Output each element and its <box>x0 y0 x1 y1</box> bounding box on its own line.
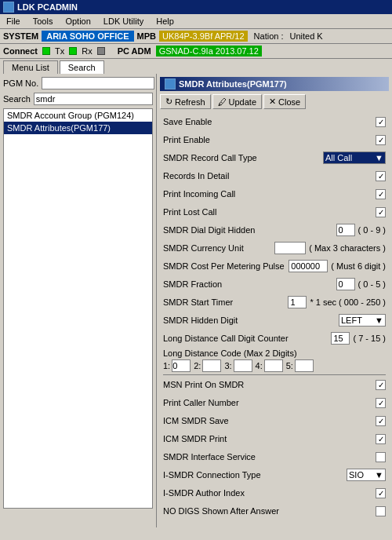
smdr-interface-service-checkbox[interactable] <box>376 452 386 462</box>
menu-option[interactable]: Option <box>62 16 93 27</box>
right-panel: SMDR Attributes(PGM177) ↻ Refresh 🖊 Upda… <box>157 74 392 527</box>
i-smdr-author-index-label: I-SMDR Author Index <box>163 488 376 498</box>
print-caller-number-control <box>376 398 386 408</box>
icm-smdr-print-checkbox[interactable] <box>376 434 386 444</box>
print-lost-call-checkbox[interactable] <box>376 207 386 217</box>
smdr-record-call-type-dropdown[interactable]: All Call ▼ <box>323 151 386 164</box>
long-dist-input-2[interactable] <box>202 359 221 372</box>
long-dist-field-1: 1: <box>163 359 191 372</box>
long-distance-code-row: 1: 2: 3: 4: 5: <box>160 359 389 372</box>
update-button[interactable]: 🖊 Update <box>212 94 262 109</box>
connect-bar: Connect Tx Rx PC ADM GSNAD-C.9Ia 2013.07… <box>0 44 392 59</box>
title-bar: LDK PCADMIN <box>0 0 392 14</box>
mpb-label: MPB <box>137 31 156 41</box>
form-row-print-enable: Print Enable <box>160 132 389 148</box>
no-digs-shown-after-answer-checkbox[interactable] <box>376 506 386 516</box>
long-distance-code-label: Long Distance Code (Max 2 Digits) <box>160 348 389 358</box>
pgm-row: PGM No. <box>3 77 153 89</box>
icm-smdr-print-label: ICM SMDR Print <box>163 434 376 443</box>
records-in-detail-checkbox[interactable] <box>376 171 386 181</box>
save-enable-control <box>376 117 386 127</box>
long-distance-call-digit-counter-input[interactable] <box>331 332 350 345</box>
form-row-long-distance-call-digit-counter: Long Distance Call Digit Counter ( 7 - 1… <box>160 330 389 346</box>
form-row-smdr-start-timer: SMDR Start Timer * 1 sec ( 000 - 250 ) <box>160 294 389 310</box>
i-smdr-connection-type-value: SIO <box>349 470 364 480</box>
refresh-button[interactable]: ↻ Refresh <box>160 94 211 109</box>
rx-led <box>97 47 105 55</box>
smdr-cost-per-metering-pulse-input[interactable] <box>289 260 328 272</box>
long-dist-input-1[interactable] <box>172 359 191 372</box>
msn-print-on-smdr-control <box>376 380 386 390</box>
left-panel: PGM No. Search SMDR Account Group (PGM12… <box>0 74 157 527</box>
print-enable-control <box>376 135 386 145</box>
smdr-start-timer-input[interactable] <box>288 296 307 308</box>
smdr-dial-digit-hidden-label: SMDR Dial Digit Hidden <box>163 225 336 235</box>
smdr-fraction-input[interactable] <box>336 278 355 290</box>
menu-file[interactable]: File <box>3 16 24 27</box>
long-dist-input-5[interactable] <box>295 359 314 372</box>
no-digs-shown-after-answer-control <box>376 506 386 516</box>
nation-value: United K <box>290 31 323 41</box>
save-enable-checkbox[interactable] <box>376 117 386 127</box>
menu-help[interactable]: Help <box>153 16 177 27</box>
refresh-icon: ↻ <box>165 97 172 107</box>
form-row-print-caller-number: Print Caller Number <box>160 395 389 410</box>
long-dist-num-2: 2: <box>194 361 201 370</box>
update-label: Update <box>229 97 256 107</box>
print-caller-number-checkbox[interactable] <box>376 398 386 408</box>
icm-smdr-print-control <box>376 434 386 444</box>
smdr-start-timer-label: SMDR Start Timer <box>163 297 288 307</box>
system-bar: SYSTEM ARIA SOHO OFFICE MPB UK84P-3.9Bf … <box>0 29 392 44</box>
form-row-smdr-record-call-type: SMDR Record Call Type All Call ▼ <box>160 150 389 166</box>
smdr-start-timer-hint: * 1 sec ( 000 - 250 ) <box>310 297 386 307</box>
print-caller-number-label: Print Caller Number <box>163 398 376 407</box>
long-dist-input-4[interactable] <box>264 359 283 372</box>
print-lost-call-label: Print Lost Call <box>163 207 376 217</box>
form-row-smdr-interface-service: SMDR Interface Service <box>160 449 389 465</box>
smdr-hidden-digit-dropdown[interactable]: LEFT ▼ <box>339 314 386 327</box>
msn-print-on-smdr-checkbox[interactable] <box>376 380 386 390</box>
smdr-record-call-type-value: All Call <box>325 153 352 162</box>
search-row: Search <box>3 93 153 105</box>
smdr-currency-unit-input[interactable] <box>274 242 306 254</box>
long-dist-num-3: 3: <box>224 361 231 370</box>
smdr-interface-service-label: SMDR Interface Service <box>163 452 376 462</box>
smdr-dial-digit-hidden-input[interactable] <box>336 224 355 236</box>
version1: UK84P-3.9Bf APR/12 <box>159 31 248 42</box>
smdr-start-timer-control: * 1 sec ( 000 - 250 ) <box>288 296 386 308</box>
menu-ldk-utility[interactable]: LDK Utility <box>100 16 147 27</box>
print-enable-checkbox[interactable] <box>376 135 386 145</box>
print-incoming-call-control <box>376 189 386 199</box>
i-smdr-author-index-checkbox[interactable] <box>376 488 386 498</box>
print-incoming-call-checkbox[interactable] <box>376 189 386 199</box>
pgm-label: PGM No. <box>3 78 38 88</box>
long-dist-field-3: 3: <box>224 359 252 372</box>
form-row-smdr-currency-unit: SMDR Currency Unit ( Max 3 characters ) <box>160 240 389 256</box>
pgm-input[interactable] <box>42 77 154 89</box>
long-dist-num-5: 5: <box>286 361 293 370</box>
smdr-cost-per-metering-pulse-hint: ( Must 6 digit ) <box>331 261 386 271</box>
smdr-record-call-type-control: All Call ▼ <box>323 151 386 164</box>
smdr-cost-per-metering-pulse-control: ( Must 6 digit ) <box>289 260 386 272</box>
tab-menu-list[interactable]: Menu List <box>3 60 58 74</box>
i-smdr-connection-type-label: I-SMDR Connection Type <box>163 470 347 480</box>
form-row-smdr-dial-digit-hidden: SMDR Dial Digit Hidden ( 0 - 9 ) <box>160 222 389 238</box>
menu-list-item-smdr-account[interactable]: SMDR Account Group (PGM124) <box>4 109 152 122</box>
menu-tools[interactable]: Tools <box>30 16 56 27</box>
form-row-print-incoming-call: Print Incoming Call <box>160 186 389 202</box>
smdr-record-call-type-label: SMDR Record Call Type <box>163 153 323 162</box>
close-button[interactable]: ✕ Close <box>263 94 306 109</box>
form-row-smdr-fraction: SMDR Fraction ( 0 - 5 ) <box>160 276 389 292</box>
close-icon: ✕ <box>269 97 276 107</box>
long-dist-input-3[interactable] <box>234 359 252 372</box>
menu-list-item-smdr-attributes[interactable]: SMDR Attributes(PGM177) <box>4 122 152 134</box>
print-enable-label: Print Enable <box>163 135 376 144</box>
tab-search[interactable]: Search <box>60 60 104 74</box>
smdr-fraction-control: ( 0 - 5 ) <box>336 278 386 290</box>
i-smdr-author-index-control <box>376 488 386 498</box>
long-distance-call-digit-counter-control: ( 7 - 15 ) <box>331 332 386 345</box>
i-smdr-connection-type-dropdown[interactable]: SIO ▼ <box>347 469 386 481</box>
icm-smdr-save-checkbox[interactable] <box>376 416 386 426</box>
search-input[interactable] <box>34 93 153 105</box>
no-digs-shown-after-answer-label: NO DIGS Shown After Answer <box>163 506 376 516</box>
